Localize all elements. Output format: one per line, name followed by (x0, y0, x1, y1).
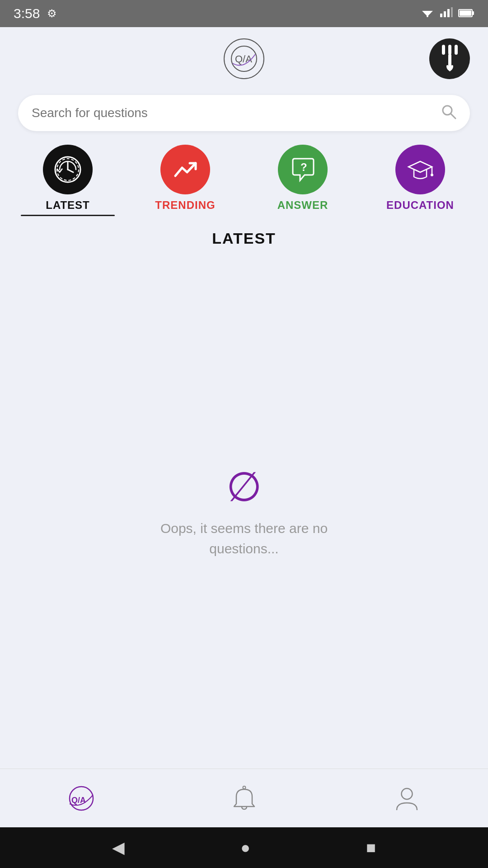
empty-state: ∅ Oops, it seems there are noquestions..… (0, 256, 488, 769)
home-button[interactable]: ● (240, 838, 250, 857)
user-avatar[interactable] (429, 38, 470, 79)
section-title: LATEST (0, 216, 488, 256)
status-time: 3:58 (14, 6, 40, 21)
battery-icon (458, 7, 474, 20)
tab-answer[interactable]: ? ANSWER (244, 145, 361, 216)
empty-icon: ∅ (226, 467, 262, 507)
app-logo[interactable]: Q/A (224, 38, 264, 79)
svg-text:Q/A: Q/A (235, 53, 252, 65)
bottom-nav: Q/A (0, 769, 488, 827)
main-content: LATEST ∅ Oops, it seems there are noques… (0, 216, 488, 769)
svg-rect-5 (447, 9, 450, 17)
gear-icon: ⚙ (47, 7, 57, 20)
tab-answer-label: ANSWER (277, 199, 328, 212)
android-nav-bar: ◀ ● ■ (0, 827, 488, 868)
search-container (0, 90, 488, 140)
svg-point-28 (243, 786, 245, 789)
svg-line-21 (68, 170, 73, 172)
svg-rect-8 (472, 11, 474, 15)
bottom-nav-home[interactable]: Q/A (0, 769, 163, 827)
tab-education[interactable]: EDUCATION (361, 145, 479, 216)
svg-rect-15 (448, 54, 451, 66)
svg-point-29 (401, 788, 412, 799)
category-tabs: LATEST TRENDING ? ANSWER (0, 140, 488, 216)
svg-point-25 (431, 174, 433, 176)
search-bar[interactable] (18, 95, 470, 131)
search-icon (441, 104, 456, 123)
tab-trending-label: TRENDING (155, 199, 215, 212)
svg-rect-6 (451, 7, 453, 17)
svg-rect-14 (455, 45, 458, 55)
tab-education-label: EDUCATION (386, 199, 454, 212)
svg-text:?: ? (300, 161, 307, 173)
answer-circle: ? (278, 145, 328, 194)
latest-circle (43, 145, 93, 194)
header: Q/A (0, 27, 488, 90)
svg-rect-3 (440, 14, 442, 17)
svg-rect-4 (444, 11, 446, 17)
search-input[interactable] (32, 106, 441, 120)
svg-rect-12 (442, 45, 445, 55)
svg-marker-23 (408, 161, 432, 172)
tab-latest[interactable]: LATEST (9, 145, 127, 216)
bottom-nav-profile[interactable] (325, 769, 488, 827)
empty-message: Oops, it seems there are noquestions... (160, 518, 328, 559)
recent-button[interactable]: ■ (366, 838, 376, 857)
status-bar: 3:58 ⚙ (0, 0, 488, 27)
bottom-nav-notifications[interactable] (163, 769, 325, 827)
signal-icon (440, 7, 453, 20)
wifi-icon (420, 7, 435, 20)
app-container: Q/A (0, 27, 488, 868)
svg-rect-9 (460, 10, 471, 16)
svg-point-2 (427, 15, 428, 17)
tab-latest-label: LATEST (46, 199, 90, 212)
tab-trending[interactable]: TRENDING (127, 145, 244, 216)
svg-line-17 (450, 113, 455, 118)
education-circle (395, 145, 445, 194)
back-button[interactable]: ◀ (112, 838, 125, 857)
trending-circle (160, 145, 210, 194)
svg-rect-13 (448, 45, 451, 55)
